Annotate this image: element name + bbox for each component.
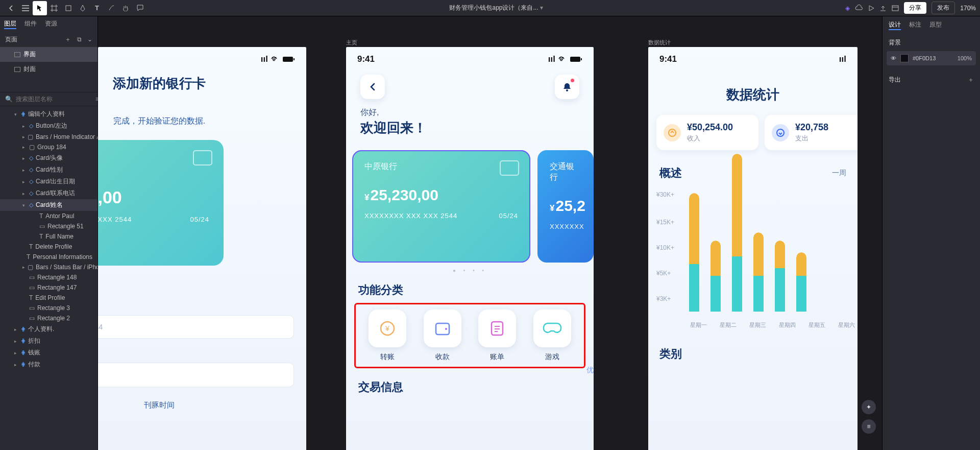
document-title[interactable]: 财务管理小钱包app设计（来自...: [449, 4, 538, 11]
bank-card[interactable]: 中原银行 ¥25,230,00 XXXXXXXX XXX XXX 254405/…: [98, 140, 224, 266]
opacity-value[interactable]: 100%: [958, 55, 972, 61]
layer-item[interactable]: ▭Rectangle 51: [0, 221, 97, 231]
bar-column[interactable]: [689, 193, 699, 312]
artboard-label-stats[interactable]: 数据统计: [648, 39, 671, 46]
greeting: 你好,: [360, 107, 579, 118]
layer-item[interactable]: ▭Rectangle 3: [0, 303, 97, 313]
add-page-icon[interactable]: ＋: [65, 36, 71, 43]
layer-item[interactable]: ▭Rectangle 148: [0, 272, 97, 282]
artboard-add-card[interactable]: 9:41ıılᯤ 添加新的银行卡 完成，开始验证您的数据. 中原银行 ¥25,2…: [98, 47, 306, 450]
view-icon[interactable]: [892, 5, 899, 11]
layer-item[interactable]: ▸▢Group 184: [0, 142, 97, 152]
layer-item[interactable]: TAntor Paul: [0, 211, 97, 221]
svg-point-12: [669, 129, 676, 136]
stat-income[interactable]: ¥50,254.00收入: [656, 115, 758, 150]
frame-tool-icon[interactable]: [47, 1, 61, 15]
back-button[interactable]: [360, 75, 385, 99]
tab-components[interactable]: 组件: [24, 19, 37, 29]
func-game[interactable]: 游戏: [528, 310, 576, 362]
section-title: 功能分类: [358, 282, 594, 298]
bar-column[interactable]: [710, 241, 721, 312]
bar-column[interactable]: [775, 241, 785, 312]
stat-value: ¥50,254.00: [687, 122, 733, 133]
bar-column[interactable]: [732, 154, 742, 312]
artboard-label-home[interactable]: 主页: [346, 39, 357, 46]
cloud-icon[interactable]: [855, 5, 863, 12]
artboard-stats[interactable]: 9:41ııl 数据统计 ¥50,254.00收入 ¥20,758支出 概述一周…: [648, 47, 857, 450]
visibility-icon[interactable]: 👁: [891, 55, 896, 61]
pen-tool-icon[interactable]: [76, 1, 90, 15]
color-swatch[interactable]: [900, 54, 909, 62]
notification-button[interactable]: [555, 75, 579, 99]
layer-item[interactable]: ▭Rectangle 2: [0, 313, 97, 323]
add-export-icon[interactable]: ＋: [968, 76, 974, 84]
play-icon[interactable]: [868, 5, 874, 11]
ai-fab[interactable]: ✦: [862, 400, 876, 414]
page-item-cover[interactable]: 封面: [0, 62, 97, 77]
tab-annotate[interactable]: 标注: [909, 20, 921, 30]
shape-tool-icon[interactable]: [61, 1, 76, 15]
bank-card-2[interactable]: 交通银行 ¥25,2 XXXXXXX: [537, 150, 594, 263]
hand-tool-icon[interactable]: [118, 1, 133, 15]
layer-item[interactable]: ▸◇Card/联系电话: [0, 187, 97, 199]
bank-card-1[interactable]: 中原银行 ¥25,230,00 XXXXXXXX XXX XXX 254405/…: [352, 150, 530, 263]
tab-assets[interactable]: 资源: [45, 19, 57, 29]
menu-icon[interactable]: [18, 1, 33, 15]
func-receive[interactable]: 收款: [419, 310, 467, 362]
card-amount: ¥25,230,00: [98, 187, 209, 207]
artboard-home[interactable]: 9:41ıılᯤ 你好, 欢迎回来！ 中原银行 ¥25,230,00 XXXXX…: [346, 47, 594, 450]
comment-tool-icon[interactable]: [133, 1, 147, 15]
card-bank: 中原银行: [98, 154, 209, 165]
pages-caret-icon[interactable]: ⌄: [87, 36, 92, 43]
layer-item[interactable]: ▸◇Button/左边: [0, 120, 97, 132]
canvas[interactable]: 主页 数据统计 9:41ıılᯤ 添加新的银行卡 完成，开始验证您的数据. 中原…: [98, 16, 882, 450]
zoom-level[interactable]: 170%: [960, 5, 976, 12]
stat-expense[interactable]: ¥20,758支出: [765, 115, 857, 150]
layer-item[interactable]: ▸⋕付款: [0, 359, 97, 370]
pencil-tool-icon[interactable]: [104, 1, 118, 15]
layer-item[interactable]: ▸◇Card/头像: [0, 152, 97, 164]
top-toolbar: T 财务管理小钱包app设计（来自... ▾ ◈ 分享 发布 170%: [0, 0, 980, 16]
layer-item[interactable]: TFull Name: [0, 231, 97, 242]
back-icon[interactable]: [4, 1, 18, 15]
layer-item[interactable]: TEdit Profile: [0, 293, 97, 303]
holder-name-input[interactable]: 人的姓名。: [98, 363, 294, 387]
range-selector[interactable]: 一周: [832, 169, 846, 178]
badge-icon[interactable]: ◈: [845, 5, 850, 12]
income-icon: [664, 124, 681, 141]
layer-item[interactable]: TDelete Profile: [0, 242, 97, 252]
layer-item[interactable]: ▾⋕编辑个人资料: [0, 108, 97, 120]
share-button[interactable]: 分享: [904, 2, 926, 14]
layer-item[interactable]: ▾◇Card/姓名: [0, 199, 97, 211]
page-item-ui[interactable]: 界面: [0, 47, 97, 62]
help-fab[interactable]: ≡: [862, 419, 876, 434]
bottom-link[interactable]: 刊豚时间: [98, 400, 294, 410]
layer-search-input[interactable]: [16, 96, 92, 103]
tab-design[interactable]: 设计: [889, 20, 901, 30]
text-tool-icon[interactable]: T: [90, 1, 104, 15]
move-tool-icon[interactable]: [33, 1, 47, 15]
func-bill[interactable]: 账单: [473, 310, 521, 362]
card-number-input[interactable]: XXXX XXX XXX 2544: [98, 315, 294, 339]
layer-item[interactable]: ▭Rectangle 147: [0, 282, 97, 293]
bg-color-row[interactable]: 👁 #0F0D13 100%: [887, 51, 976, 65]
layer-item[interactable]: ▸◇Card/性别: [0, 164, 97, 176]
copy-page-icon[interactable]: ⧉: [77, 36, 82, 43]
tab-prototype[interactable]: 原型: [929, 20, 942, 30]
layer-item[interactable]: ▸▢Bars / Status Bar / iPhone...: [0, 262, 97, 272]
layer-item[interactable]: ▸⋕个人资料.: [0, 323, 97, 335]
layer-item[interactable]: ▸▢Bars / Home Indicator / iP...: [0, 132, 97, 142]
publish-button[interactable]: 发布: [932, 2, 955, 14]
layer-item[interactable]: TPersonal Informations: [0, 252, 97, 262]
bar-column[interactable]: [796, 252, 806, 312]
layer-item[interactable]: ▸◇Card/出生日期: [0, 176, 97, 187]
layer-item[interactable]: ▸⋕折扣: [0, 335, 97, 347]
expense-icon: [772, 124, 789, 141]
func-transfer[interactable]: ¥转账: [363, 310, 411, 362]
upload-icon[interactable]: [879, 5, 887, 12]
tab-layers[interactable]: 图层: [4, 19, 16, 29]
bar-column[interactable]: [753, 232, 764, 312]
layer-item[interactable]: ▸⋕钱账: [0, 347, 97, 359]
color-hex[interactable]: #0F0D13: [913, 55, 936, 61]
card-number: XXXXXXXX XXX XXX 2544: [98, 216, 132, 223]
